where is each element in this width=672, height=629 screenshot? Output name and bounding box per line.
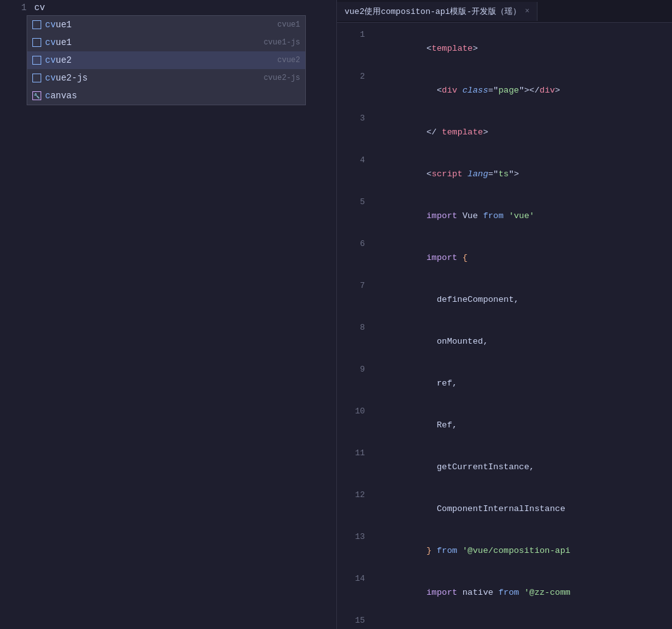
code-line-4: 4 <script lang="ts"> bbox=[337, 153, 672, 195]
code-line-13: 13 } from '@vue/composition-api bbox=[337, 530, 672, 572]
label-cv-part: cv bbox=[45, 20, 56, 30]
file-icon-cvue1 bbox=[32, 20, 41, 29]
item-detail-cvue2-js: cvue2-js bbox=[263, 74, 300, 82]
item-detail-cvue1-js: cvue1-js bbox=[263, 38, 300, 47]
file-icon-cvue2-js bbox=[32, 74, 41, 82]
snippet-icon-canvas: 🔧 bbox=[32, 91, 41, 100]
code-line-12: 12 ComponentInternalInstance bbox=[337, 488, 672, 530]
code-line-15: 15 import { getQuery } from '@z bbox=[337, 614, 672, 629]
code-line-5: 5 import Vue from 'vue' bbox=[337, 195, 672, 237]
left-panel: 1 cv cvue1 cvue1 cvue1 bbox=[0, 0, 336, 629]
autocomplete-item-cvue1-js[interactable]: cvue1 cvue1-js bbox=[27, 34, 305, 51]
code-line-1: 1 <template> bbox=[337, 28, 672, 70]
code-line-9: 9 ref, bbox=[337, 363, 672, 405]
tab-bar: vue2使用compositon-api模版-开发版（瑶） × bbox=[337, 0, 672, 23]
label-anvas-part: anvas bbox=[50, 91, 77, 101]
code-line-3: 3 </ template> bbox=[337, 112, 672, 153]
item-label-cvue2-js: cvue2-js bbox=[45, 73, 88, 83]
label-rest2: ue1 bbox=[56, 37, 72, 48]
editor-container: 1 cv cvue1 cvue1 cvue1 bbox=[0, 0, 672, 629]
autocomplete-item-cvue2[interactable]: cvue2 cvue2 bbox=[27, 51, 305, 69]
code-line-2: 2 <div class="page"></div> bbox=[337, 70, 672, 112]
tab-title: vue2使用compositon-api模版-开发版（瑶） bbox=[345, 6, 521, 17]
editor-tab[interactable]: vue2使用compositon-api模版-开发版（瑶） × bbox=[337, 2, 537, 21]
label-cv-part3: cv bbox=[45, 55, 56, 65]
item-label-cvue2: cvue2 bbox=[45, 55, 72, 65]
right-panel: vue2使用compositon-api模版-开发版（瑶） × 1 <templ… bbox=[336, 0, 672, 629]
code-line-14: 14 import native from '@zz-comm bbox=[337, 572, 672, 614]
input-line-row: 1 cv bbox=[0, 0, 336, 15]
label-rest4: ue2-js bbox=[56, 73, 88, 83]
item-label-canvas: canvas bbox=[45, 91, 77, 101]
code-line-6: 6 import { bbox=[337, 237, 672, 279]
code-line-11: 11 getCurrentInstance, bbox=[337, 446, 672, 488]
code-line-10: 10 Ref, bbox=[337, 405, 672, 446]
item-detail-cvue2: cvue2 bbox=[277, 56, 300, 65]
item-label-cvue1-js: cvue1 bbox=[45, 37, 72, 48]
item-detail-cvue1: cvue1 bbox=[277, 20, 300, 29]
label-rest3: ue2 bbox=[56, 55, 72, 65]
tab-close-button[interactable]: × bbox=[525, 7, 529, 16]
autocomplete-item-cvue2-js[interactable]: cvue2-js cvue2-js bbox=[27, 69, 305, 87]
file-icon-cvue1-js bbox=[32, 38, 41, 47]
code-line-7: 7 defineComponent, bbox=[337, 279, 672, 321]
autocomplete-dropdown: cvue1 cvue1 cvue1 cvue1-js bbox=[27, 15, 306, 105]
item-label-cvue1: cvue1 bbox=[45, 20, 72, 30]
label-cv-part4: cv bbox=[45, 73, 56, 83]
autocomplete-item-canvas[interactable]: 🔧 canvas bbox=[27, 87, 305, 105]
label-ue-part: ue1 bbox=[56, 20, 72, 30]
typed-input[interactable]: cv bbox=[34, 3, 45, 13]
label-cv-part2: cv bbox=[45, 37, 56, 48]
code-area[interactable]: 1 <template> 2 <div class="page"></div> … bbox=[337, 23, 672, 629]
autocomplete-item-cvue1[interactable]: cvue1 cvue1 bbox=[27, 16, 305, 34]
code-line-8: 8 onMounted, bbox=[337, 321, 672, 363]
file-icon-cvue2 bbox=[32, 56, 41, 65]
line-number: 1 bbox=[8, 3, 27, 13]
